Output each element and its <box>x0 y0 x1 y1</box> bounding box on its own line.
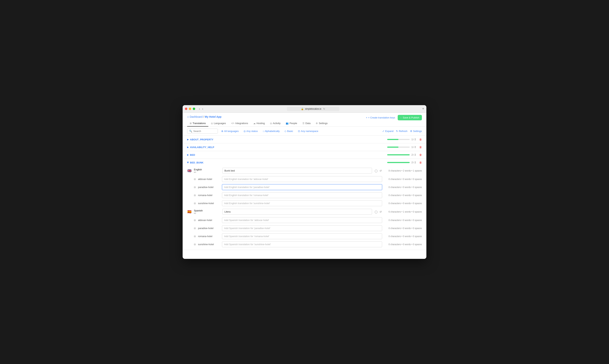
namespace-bed-bunk: ▶ BED_BUNK 2 / 2 🗑 🇬🇧 English en <box>183 159 426 250</box>
refresh-button[interactable]: ↻ Refresh <box>396 130 408 132</box>
hotel-name: paradise-hotel <box>198 227 220 230</box>
hotel-name: aldovar-hotel <box>198 178 220 181</box>
english-paradise-input[interactable] <box>222 184 382 190</box>
namespace-availability-help-header[interactable]: ▶ AVAILABILITY_HELP 1 / 2 🗑 <box>183 143 426 151</box>
hotel-name: aldovar-hotel <box>198 219 220 221</box>
english-aldovar-input[interactable] <box>222 176 382 182</box>
copy-icon-button[interactable]: ◯ <box>374 210 378 214</box>
delete-availability-help-button[interactable]: 🗑 <box>419 146 422 149</box>
progress-bar <box>387 162 410 163</box>
english-aldovar-row: ⊟ aldovar-hotel 0 characters • 0 words •… <box>194 175 422 183</box>
any-namespace-filter[interactable]: ⊡ Any namespace <box>296 129 320 133</box>
english-romana-input[interactable] <box>222 192 382 198</box>
hotel-icon: ⊟ <box>194 235 196 238</box>
expand-button[interactable]: ⤢ Expand <box>382 130 393 132</box>
tab-hosting[interactable]: ☁ Hosting <box>251 120 267 127</box>
sunshine-meta: 0 characters • 0 words • 0 spaces <box>384 202 422 205</box>
minimize-button[interactable] <box>189 108 191 110</box>
tab-data[interactable]: ☰ Data <box>300 120 313 127</box>
spanish-romana-input[interactable] <box>222 233 382 239</box>
english-translation-input[interactable] <box>222 168 372 174</box>
spanish-sunshine-meta: 0 characters • 0 words • 0 spaces <box>384 243 422 246</box>
languages-tab-icon: ◎ <box>211 122 213 125</box>
alphabetically-filter[interactable]: ↕ Alphabetically <box>261 129 281 133</box>
hosting-tab-icon: ☁ <box>253 122 256 125</box>
hotel-icon: ⊟ <box>194 186 196 189</box>
delete-about-property-button[interactable]: 🗑 <box>419 138 422 141</box>
hotel-name: romana-hotel <box>198 235 220 238</box>
toolbar-actions: ⤢ Expand ↻ Refresh ⚙ Settings <box>382 130 422 132</box>
tab-integrations[interactable]: </> Integrations <box>229 120 251 127</box>
progress-bar-fill <box>387 139 398 140</box>
tab-languages[interactable]: ◎ Languages <box>208 120 228 127</box>
spanish-lang-info: Spanish es <box>194 209 220 214</box>
history-icon-button[interactable]: ↺ <box>379 210 382 214</box>
any-status-filter[interactable]: ◎ Any status <box>242 129 259 133</box>
breadcrumb: ⌂ Dashboard / My Hotel App <box>187 115 221 118</box>
progress-bar <box>387 139 410 140</box>
spanish-translation-meta: 6 characters • 1 words • 0 spaces <box>384 210 422 213</box>
copy-icon-button[interactable]: ◯ <box>374 169 378 173</box>
content-area: ▶ ABOUT_PROPERTY 1 / 2 🗑 ▶ AVAILABILITY_… <box>183 136 426 250</box>
hotel-icon: ⊟ <box>194 178 196 181</box>
forward-button[interactable]: › <box>201 107 204 111</box>
refresh-icon: ↻ <box>396 130 398 132</box>
new-tab-button[interactable]: + <box>422 107 424 111</box>
nav-tabs: ⊞ Translations ◎ Languages </> Integrati… <box>187 120 422 127</box>
search-input[interactable] <box>193 130 216 132</box>
delete-bed-button[interactable]: 🗑 <box>419 153 422 156</box>
english-sunshine-input[interactable] <box>222 200 382 206</box>
spanish-aldovar-meta: 0 characters • 0 words • 0 spaces <box>384 219 422 221</box>
spanish-paradise-input[interactable] <box>222 225 382 231</box>
url-bar-container: 🔒 simplelocalize.io ↻ <box>206 107 421 111</box>
all-languages-filter[interactable]: ⊕ All languages <box>220 129 240 133</box>
spanish-lang-row: 🇪🇸 Spanish es ◯ ↺ 6 characters • 1 words… <box>187 207 422 216</box>
dashboard-link[interactable]: Dashboard <box>190 115 203 118</box>
hotel-icon: ⊟ <box>194 243 196 246</box>
spanish-paradise-meta: 0 characters • 0 words • 0 spaces <box>384 227 422 230</box>
toolbar-settings-button[interactable]: ⚙ Settings <box>410 130 422 132</box>
namespace-about-property-header[interactable]: ▶ ABOUT_PROPERTY 1 / 2 🗑 <box>183 136 426 143</box>
tab-people[interactable]: 👥 People <box>283 120 300 127</box>
settings-tab-icon: ⚙ <box>316 122 318 125</box>
lock-icon: 🔒 <box>301 108 304 110</box>
delete-bed-bunk-button[interactable]: 🗑 <box>419 161 422 164</box>
spanish-row-actions: ◯ ↺ <box>374 210 382 214</box>
english-row-actions: ◯ ↺ <box>374 169 382 173</box>
tab-activity[interactable]: ◎ Activity <box>267 120 283 127</box>
search-icon: 🔍 <box>189 130 192 132</box>
save-publish-button[interactable]: ↑ Save & Publish <box>398 115 422 120</box>
close-button[interactable] <box>185 108 187 110</box>
nav-controls: ‹ › <box>198 107 204 111</box>
spanish-flag: 🇪🇸 <box>187 209 192 214</box>
integrations-tab-icon: </> <box>231 122 234 125</box>
english-flag: 🇬🇧 <box>187 169 192 173</box>
tab-settings[interactable]: ⚙ Settings <box>313 120 330 127</box>
create-keys-button[interactable]: + + Create translation keys <box>366 116 395 119</box>
reload-icon[interactable]: ↻ <box>323 108 325 110</box>
maximize-button[interactable] <box>193 108 195 110</box>
hotel-icon: ⊟ <box>194 219 196 221</box>
spanish-translation-input[interactable] <box>222 209 372 215</box>
url-text: simplelocalize.io <box>305 108 321 110</box>
basic-filter[interactable]: ◇ Basic <box>283 129 294 133</box>
home-icon[interactable]: ⌂ <box>187 115 189 118</box>
hotel-name: romana-hotel <box>198 194 220 197</box>
english-translation-meta: 8 characters • 2 words • 1 spaces <box>384 169 422 172</box>
spanish-sunshine-input[interactable] <box>222 241 382 247</box>
namespace-bed-bunk-header[interactable]: ▶ BED_BUNK 2 / 2 🗑 <box>183 159 426 166</box>
chevron-right-icon: ▶ <box>187 146 189 148</box>
history-icon-button[interactable]: ↺ <box>379 169 382 173</box>
spanish-paradise-row: ⊟ paradise-hotel 0 characters • 0 words … <box>194 224 422 232</box>
hotel-name: paradise-hotel <box>198 186 220 189</box>
back-button[interactable]: ‹ <box>198 107 201 111</box>
namespace-bed-header[interactable]: ▶ BED 2 / 2 🗑 <box>183 151 426 158</box>
namespace-about-property: ▶ ABOUT_PROPERTY 1 / 2 🗑 <box>183 136 426 143</box>
spanish-aldovar-row: ⊟ aldovar-hotel 0 characters • 0 words •… <box>194 216 422 224</box>
spanish-aldovar-input[interactable] <box>222 217 382 223</box>
progress-bar <box>387 154 410 155</box>
paradise-meta: 0 characters • 0 words • 0 spaces <box>384 186 422 189</box>
tab-translations[interactable]: ⊞ Translations <box>187 120 208 127</box>
hotel-icon: ⊟ <box>194 194 196 197</box>
people-tab-icon: 👥 <box>286 122 289 125</box>
